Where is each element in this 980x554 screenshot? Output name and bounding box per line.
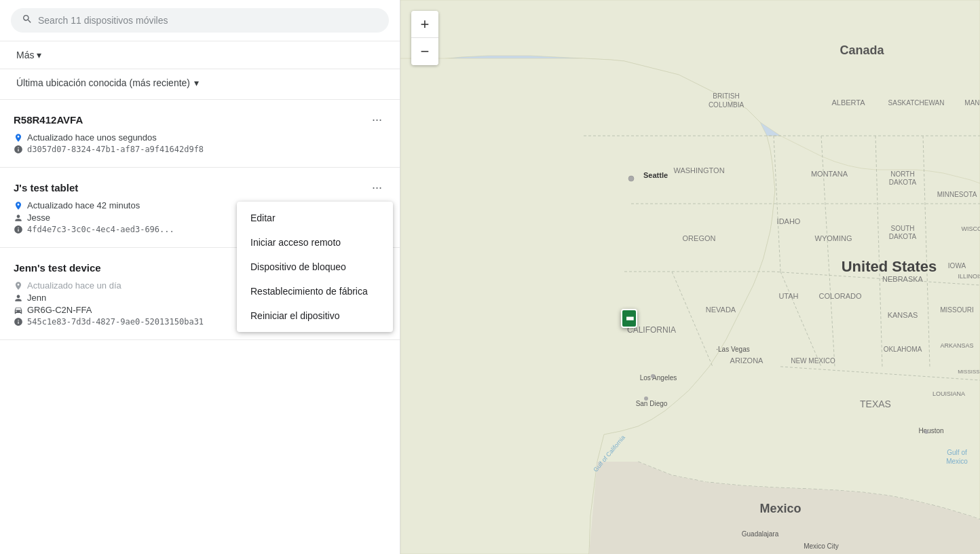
device-name-2: J's test tablet: [14, 182, 78, 193]
context-menu-item-lock[interactable]: Dispositivo de bloqueo: [237, 255, 393, 279]
svg-text:IDAHO: IDAHO: [777, 217, 801, 225]
zoom-in-button[interactable]: +: [411, 11, 438, 38]
device-more-button-1[interactable]: ···: [368, 111, 386, 128]
svg-text:KANSAS: KANSAS: [888, 311, 918, 319]
svg-text:DAKOTA: DAKOTA: [889, 233, 917, 240]
svg-text:SASKATCHEWAN: SASKATCHEWAN: [888, 99, 945, 107]
more-filter-button[interactable]: Más ▾: [11, 47, 47, 63]
context-menu-item-restart[interactable]: Reiniciar el dipositivo: [237, 303, 393, 328]
svg-text:NORTH: NORTH: [890, 170, 914, 178]
map-container: Canada ALBERTA BRITISH COLUMBIA SASKATCH…: [400, 0, 980, 554]
device-uuid-2: 4fd4e7c3-3c0c-4ec4-aed3-696...: [27, 225, 174, 234]
map-svg: Canada ALBERTA BRITISH COLUMBIA SASKATCH…: [400, 0, 980, 554]
device-name-1: R58R412AVFA: [14, 114, 83, 126]
context-menu-item-reset[interactable]: Restablecimiento de fábrica: [237, 279, 393, 303]
search-input[interactable]: [38, 15, 378, 26]
svg-text:Mexico City: Mexico City: [804, 542, 839, 550]
svg-text:NEVADA: NEVADA: [706, 306, 736, 314]
device-uuid-3: 545c1e83-7d3d-4827-9ae0-52013150ba31: [27, 317, 204, 327]
svg-text:UTAH: UTAH: [778, 292, 798, 300]
location-icon-2: [14, 201, 23, 210]
device-uuid-row-1: d3057d07-8324-47b1-af87-a9f41642d9f8: [14, 145, 386, 154]
svg-text:Gulf of: Gulf of: [947, 449, 967, 456]
device-status-1: Actualizado hace unos segundos: [27, 132, 157, 143]
svg-text:ALBERTA: ALBERTA: [831, 98, 865, 107]
info-icon-1: [14, 145, 23, 154]
svg-text:OKLAHOMA: OKLAHOMA: [884, 346, 922, 353]
info-icon-3: [14, 317, 23, 327]
svg-point-59: [651, 374, 655, 378]
context-menu-item-edit[interactable]: Editar: [237, 206, 393, 230]
svg-text:ILLINOIS: ILLINOIS: [958, 273, 980, 280]
svg-text:DAKOTA: DAKOTA: [889, 179, 917, 186]
device-card-1[interactable]: R58R412AVFA ··· Actualizado hace unos se…: [0, 100, 400, 168]
chevron-down-icon: ▾: [37, 50, 41, 60]
info-icon-2: [14, 225, 23, 234]
search-bar: [0, 0, 400, 41]
svg-text:Mexico: Mexico: [759, 502, 801, 515]
svg-text:LOUISIANA: LOUISIANA: [932, 390, 965, 397]
svg-point-57: [628, 176, 634, 181]
svg-text:COLUMBIA: COLUMBIA: [709, 101, 745, 109]
svg-text:WYOMING: WYOMING: [815, 234, 852, 242]
device-uuid-1: d3057d07-8324-47b1-af87-a9f41642d9f8: [27, 145, 204, 154]
svg-text:WASHINGTON: WASHINGTON: [673, 166, 724, 174]
map-panel: Canada ALBERTA BRITISH COLUMBIA SASKATCH…: [400, 0, 980, 554]
svg-text:Seattle: Seattle: [643, 171, 668, 179]
svg-text:Canada: Canada: [840, 43, 884, 57]
svg-text:WISCONS: WISCONS: [961, 225, 980, 232]
devices-list: R58R412AVFA ··· Actualizado hace unos se…: [0, 100, 400, 554]
device-card-2[interactable]: J's test tablet ··· Actualizado hace 42 …: [0, 168, 400, 248]
location-icon-1: [14, 133, 23, 143]
svg-text:San Diego: San Diego: [636, 400, 668, 407]
car-icon-3: [14, 306, 23, 315]
svg-text:ARKANSAS: ARKANSAS: [940, 342, 973, 349]
zoom-out-button[interactable]: −: [411, 38, 438, 65]
svg-text:MANITOB: MANITOB: [964, 99, 980, 107]
map-marker-inner: ▮: [621, 309, 637, 328]
device-more-button-2[interactable]: ···: [368, 179, 386, 196]
person-icon-3: [14, 293, 23, 303]
device-status-row-1: Actualizado hace unos segundos: [14, 132, 386, 143]
svg-point-61: [924, 430, 928, 434]
svg-text:Houston: Houston: [918, 427, 943, 435]
svg-text:MISSOURI: MISSOURI: [940, 306, 973, 314]
svg-text:Los Angeles: Los Angeles: [640, 374, 677, 382]
svg-text:United States: United States: [842, 258, 937, 275]
svg-text:·Las Vegas: ·Las Vegas: [716, 346, 749, 353]
location-filter-row: Última ubicación conocida (más reciente)…: [0, 69, 400, 100]
svg-text:NEW MEXICO: NEW MEXICO: [791, 357, 835, 365]
device-status-2: Actualizado hace 42 minutos: [27, 200, 140, 210]
map-zoom-controls: + −: [411, 11, 438, 65]
svg-text:Mexico: Mexico: [946, 458, 968, 465]
svg-text:MINNESOTA: MINNESOTA: [937, 191, 977, 198]
chevron-down-icon-2: ▾: [194, 77, 199, 88]
svg-text:BRITISH: BRITISH: [713, 92, 739, 100]
more-filter-label: Más: [16, 50, 34, 60]
svg-text:COLORADO: COLORADO: [819, 292, 862, 300]
svg-text:ARIZONA: ARIZONA: [730, 356, 764, 365]
device-user-2: Jesse: [27, 213, 50, 223]
svg-text:OREGON: OREGON: [683, 234, 716, 242]
device-car-3: GR6G-C2N-FFA: [27, 305, 92, 315]
map-device-marker[interactable]: ▮: [621, 309, 637, 328]
svg-text:MONTANA: MONTANA: [811, 170, 848, 178]
person-icon-2: [14, 213, 23, 223]
context-menu-item-remote[interactable]: Iniciar acceso remoto: [237, 230, 393, 255]
svg-text:SOUTH: SOUTH: [891, 225, 915, 232]
svg-text:NEBRASKA: NEBRASKA: [882, 275, 924, 283]
svg-text:IOWA: IOWA: [948, 262, 966, 270]
filter-row: Más ▾: [0, 41, 400, 69]
svg-point-60: [644, 396, 648, 401]
battery-icon: ▮: [624, 316, 635, 321]
device-name-3: Jenn's test device: [14, 262, 101, 274]
svg-text:MISSISSIPPI: MISSISSIPPI: [958, 369, 980, 375]
search-icon: [22, 14, 33, 27]
context-menu: Editar Iniciar acceso remoto Dispositivo…: [237, 202, 393, 332]
location-filter-button[interactable]: Última ubicación conocida (más reciente)…: [11, 75, 204, 91]
location-icon-3: [14, 281, 23, 291]
device-status-3: Actualizado hace un día: [27, 280, 121, 291]
location-filter-label: Última ubicación conocida (más reciente): [16, 77, 190, 88]
left-panel: Más ▾ Última ubicación conocida (más rec…: [0, 0, 400, 554]
search-wrapper: [11, 8, 389, 33]
